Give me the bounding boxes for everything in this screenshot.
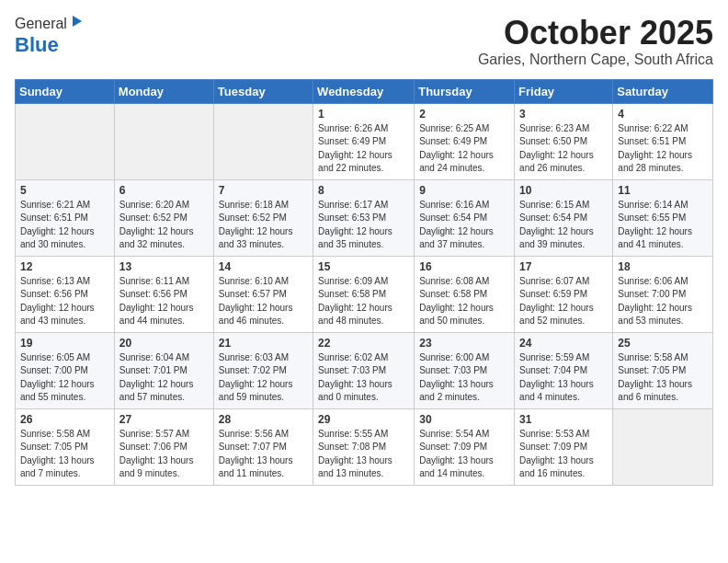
cell-content: Sunrise: 6:03 AMSunset: 7:02 PMDaylight:… [219, 351, 308, 405]
weekday-header-row: SundayMondayTuesdayWednesdayThursdayFrid… [16, 79, 713, 103]
day-number: 28 [219, 413, 308, 426]
location-text: Garies, Northern Cape, South Africa [478, 52, 713, 68]
calendar-cell: 22Sunrise: 6:02 AMSunset: 7:03 PMDayligh… [313, 332, 415, 408]
calendar-cell: 26Sunrise: 5:58 AMSunset: 7:05 PMDayligh… [16, 408, 115, 485]
calendar-cell: 12Sunrise: 6:13 AMSunset: 6:56 PMDayligh… [16, 256, 115, 332]
day-number: 8 [318, 184, 409, 197]
day-number: 3 [519, 108, 608, 121]
day-number: 27 [119, 413, 209, 426]
day-number: 1 [318, 108, 409, 121]
day-number: 2 [419, 108, 509, 121]
cell-content: Sunrise: 5:58 AMSunset: 7:05 PMDaylight:… [618, 351, 708, 405]
cell-content: Sunrise: 6:08 AMSunset: 6:58 PMDaylight:… [419, 275, 509, 328]
calendar-week-2: 5Sunrise: 6:21 AMSunset: 6:51 PMDaylight… [16, 179, 713, 256]
cell-content: Sunrise: 6:04 AMSunset: 7:01 PMDaylight:… [119, 351, 209, 405]
calendar-cell: 17Sunrise: 6:07 AMSunset: 6:59 PMDayligh… [515, 256, 613, 332]
calendar-cell: 7Sunrise: 6:18 AMSunset: 6:52 PMDaylight… [213, 179, 313, 256]
cell-content: Sunrise: 6:11 AMSunset: 6:56 PMDaylight:… [119, 275, 209, 328]
cell-content: Sunrise: 6:15 AMSunset: 6:54 PMDaylight:… [519, 199, 608, 252]
logo-general: General [15, 16, 67, 32]
cell-content: Sunrise: 6:00 AMSunset: 7:03 PMDaylight:… [419, 351, 509, 405]
cell-content: Sunrise: 6:05 AMSunset: 7:00 PMDaylight:… [20, 351, 109, 405]
calendar-header: SundayMondayTuesdayWednesdayThursdayFrid… [16, 79, 713, 103]
calendar-cell: 4Sunrise: 6:22 AMSunset: 6:51 PMDaylight… [613, 103, 713, 179]
calendar-cell [213, 103, 313, 179]
cell-content: Sunrise: 5:58 AMSunset: 7:05 PMDaylight:… [20, 428, 109, 481]
calendar-cell: 31Sunrise: 5:53 AMSunset: 7:09 PMDayligh… [515, 408, 613, 485]
calendar-cell [114, 103, 213, 179]
cell-content: Sunrise: 6:26 AMSunset: 6:49 PMDaylight:… [318, 122, 409, 176]
day-number: 22 [318, 337, 409, 350]
weekday-saturday: Saturday [613, 79, 713, 103]
calendar-cell: 21Sunrise: 6:03 AMSunset: 7:02 PMDayligh… [213, 332, 313, 408]
calendar-week-5: 26Sunrise: 5:58 AMSunset: 7:05 PMDayligh… [16, 408, 713, 485]
calendar-cell: 3Sunrise: 6:23 AMSunset: 6:50 PMDaylight… [515, 103, 613, 179]
cell-content: Sunrise: 6:09 AMSunset: 6:58 PMDaylight:… [318, 275, 409, 328]
calendar-cell: 20Sunrise: 6:04 AMSunset: 7:01 PMDayligh… [114, 332, 213, 408]
calendar-cell: 10Sunrise: 6:15 AMSunset: 6:54 PMDayligh… [515, 179, 613, 256]
weekday-monday: Monday [114, 79, 213, 103]
calendar-cell: 15Sunrise: 6:09 AMSunset: 6:58 PMDayligh… [313, 256, 415, 332]
calendar-cell: 18Sunrise: 6:06 AMSunset: 7:00 PMDayligh… [613, 256, 713, 332]
day-number: 12 [20, 260, 109, 273]
weekday-wednesday: Wednesday [313, 79, 415, 103]
svg-marker-0 [73, 16, 82, 27]
cell-content: Sunrise: 6:14 AMSunset: 6:55 PMDaylight:… [618, 199, 708, 252]
day-number: 24 [519, 337, 608, 350]
calendar-cell: 6Sunrise: 6:20 AMSunset: 6:52 PMDaylight… [114, 179, 213, 256]
calendar-cell: 11Sunrise: 6:14 AMSunset: 6:55 PMDayligh… [613, 179, 713, 256]
weekday-sunday: Sunday [16, 79, 115, 103]
calendar-cell: 5Sunrise: 6:21 AMSunset: 6:51 PMDaylight… [16, 179, 115, 256]
logo: General Blue [15, 15, 84, 57]
cell-content: Sunrise: 6:10 AMSunset: 6:57 PMDaylight:… [219, 275, 308, 328]
day-number: 20 [119, 337, 209, 350]
day-number: 17 [519, 260, 608, 273]
calendar-cell: 27Sunrise: 5:57 AMSunset: 7:06 PMDayligh… [114, 408, 213, 485]
month-title: October 2025 [478, 15, 713, 52]
cell-content: Sunrise: 5:59 AMSunset: 7:04 PMDaylight:… [519, 351, 608, 405]
calendar-cell: 2Sunrise: 6:25 AMSunset: 6:49 PMDaylight… [415, 103, 515, 179]
cell-content: Sunrise: 6:23 AMSunset: 6:50 PMDaylight:… [519, 122, 608, 176]
cell-content: Sunrise: 6:17 AMSunset: 6:53 PMDaylight:… [318, 199, 409, 252]
calendar-cell: 1Sunrise: 6:26 AMSunset: 6:49 PMDaylight… [313, 103, 415, 179]
cell-content: Sunrise: 5:55 AMSunset: 7:08 PMDaylight:… [318, 428, 409, 481]
cell-content: Sunrise: 6:16 AMSunset: 6:54 PMDaylight:… [419, 199, 509, 252]
cell-content: Sunrise: 6:06 AMSunset: 7:00 PMDaylight:… [618, 275, 708, 328]
calendar-cell: 23Sunrise: 6:00 AMSunset: 7:03 PMDayligh… [415, 332, 515, 408]
day-number: 23 [419, 337, 509, 350]
calendar-week-4: 19Sunrise: 6:05 AMSunset: 7:00 PMDayligh… [16, 332, 713, 408]
day-number: 31 [519, 413, 608, 426]
cell-content: Sunrise: 5:56 AMSunset: 7:07 PMDaylight:… [219, 428, 308, 481]
calendar-cell [613, 408, 713, 485]
day-number: 18 [618, 260, 708, 273]
day-number: 19 [20, 337, 109, 350]
logo-blue: Blue [15, 33, 59, 57]
day-number: 9 [419, 184, 509, 197]
calendar-cell: 30Sunrise: 5:54 AMSunset: 7:09 PMDayligh… [415, 408, 515, 485]
day-number: 25 [618, 337, 708, 350]
cell-content: Sunrise: 6:20 AMSunset: 6:52 PMDaylight:… [119, 199, 209, 252]
day-number: 7 [219, 184, 308, 197]
calendar-cell: 13Sunrise: 6:11 AMSunset: 6:56 PMDayligh… [114, 256, 213, 332]
calendar-cell: 28Sunrise: 5:56 AMSunset: 7:07 PMDayligh… [213, 408, 313, 485]
calendar-cell: 24Sunrise: 5:59 AMSunset: 7:04 PMDayligh… [515, 332, 613, 408]
logo-arrow-icon [69, 14, 84, 29]
calendar-cell: 8Sunrise: 6:17 AMSunset: 6:53 PMDaylight… [313, 179, 415, 256]
day-number: 29 [318, 413, 409, 426]
day-number: 21 [219, 337, 308, 350]
day-number: 11 [618, 184, 708, 197]
day-number: 15 [318, 260, 409, 273]
day-number: 30 [419, 413, 509, 426]
day-number: 26 [20, 413, 109, 426]
cell-content: Sunrise: 6:18 AMSunset: 6:52 PMDaylight:… [219, 199, 308, 252]
day-number: 14 [219, 260, 308, 273]
calendar-week-1: 1Sunrise: 6:26 AMSunset: 6:49 PMDaylight… [16, 103, 713, 179]
calendar-table: SundayMondayTuesdayWednesdayThursdayFrid… [15, 79, 713, 486]
calendar-cell: 29Sunrise: 5:55 AMSunset: 7:08 PMDayligh… [313, 408, 415, 485]
weekday-friday: Friday [515, 79, 613, 103]
day-number: 6 [119, 184, 209, 197]
day-number: 13 [119, 260, 209, 273]
calendar-cell: 19Sunrise: 6:05 AMSunset: 7:00 PMDayligh… [16, 332, 115, 408]
weekday-tuesday: Tuesday [213, 79, 313, 103]
cell-content: Sunrise: 5:53 AMSunset: 7:09 PMDaylight:… [519, 428, 608, 481]
